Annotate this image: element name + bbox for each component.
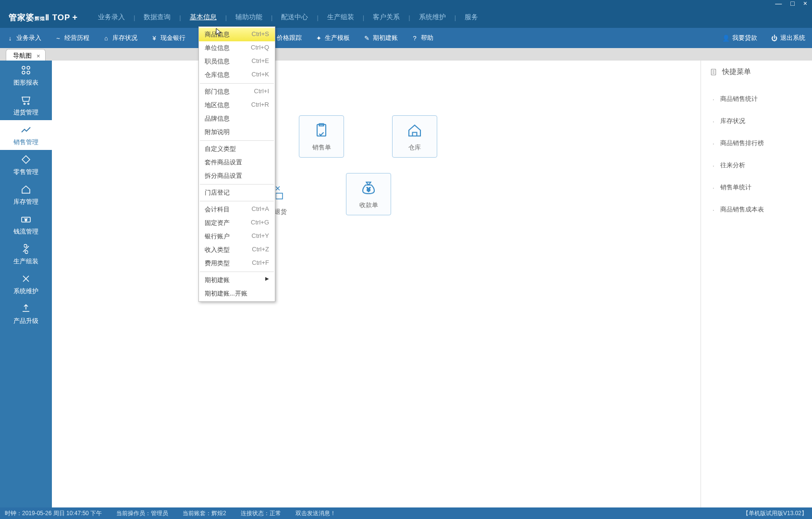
- svg-text:¥: ¥: [25, 218, 27, 222]
- quick-item-order-stats[interactable]: 销售单统计: [710, 176, 803, 198]
- sidebar-item-production[interactable]: 生产组装: [0, 239, 52, 269]
- dd-item-notes[interactable]: 附加说明: [199, 125, 275, 139]
- menu-bar: 管家婆辉煌Ⅱ TOP+ 业务录入| 数据查询| 基本信息| 辅助功能| 配送中心…: [0, 7, 812, 28]
- sidebar-item-label: 生产组装: [13, 257, 38, 266]
- maximize-button[interactable]: □: [790, 0, 794, 7]
- dropdown-basic-info: 商品信息Ctrl+S 单位信息Ctrl+Q 职员信息Ctrl+E 仓库信息Ctr…: [198, 26, 275, 302]
- menu-data-query[interactable]: 数据查询: [141, 13, 173, 22]
- minimize-button[interactable]: —: [775, 0, 782, 7]
- dd-item-product-info[interactable]: 商品信息Ctrl+S: [199, 28, 275, 41]
- edit-icon: ✎: [363, 35, 370, 41]
- sidebar-item-upgrade[interactable]: 产品升级: [0, 299, 52, 329]
- dd-item-combo-setup[interactable]: 套件商品设置: [199, 156, 275, 169]
- menu-business-entry[interactable]: 业务录入: [95, 13, 128, 22]
- dd-item-expense-type[interactable]: 费用类型Ctrl+F: [199, 257, 275, 270]
- dd-item-split-setup[interactable]: 拆分商品设置: [199, 169, 275, 183]
- title-bar: — □ ×: [0, 0, 812, 7]
- quick-item-sales-rank[interactable]: 商品销售排行榜: [710, 132, 803, 154]
- menu-assist[interactable]: 辅助功能: [233, 13, 265, 22]
- menu-delivery[interactable]: 配送中心: [278, 13, 311, 22]
- dd-item-income-type[interactable]: 收入类型Ctrl+Z: [199, 243, 275, 257]
- tab-label: 导航图: [13, 51, 32, 60]
- svg-point-2: [22, 71, 25, 74]
- tb-prod-template[interactable]: ✦生产模板: [315, 34, 350, 42]
- close-button[interactable]: ×: [803, 0, 807, 7]
- svg-point-4: [24, 103, 25, 105]
- sidebar-item-reports[interactable]: 图形报表: [0, 61, 52, 90]
- sidebar-item-cashflow[interactable]: ¥ 钱流管理: [0, 210, 52, 239]
- quick-item-sales-stats[interactable]: 商品销售统计: [710, 88, 803, 110]
- dd-item-accounts[interactable]: 会计科目Ctrl+A: [199, 203, 275, 216]
- sidebar-item-sysmaint[interactable]: 系统维护: [0, 269, 52, 299]
- sidebar-item-label: 系统维护: [13, 287, 38, 296]
- warehouse-icon: [406, 121, 424, 139]
- dd-item-unit-info[interactable]: 单位信息Ctrl+Q: [199, 41, 275, 55]
- sidebar-item-label: 库存管理: [13, 198, 38, 206]
- sidebar-item-purchase[interactable]: 进货管理: [0, 90, 52, 120]
- card-warehouse[interactable]: 仓库: [392, 115, 437, 158]
- dd-item-dept-info[interactable]: 部门信息Ctrl+I: [199, 85, 275, 99]
- dd-item-fixed-assets[interactable]: 固定资产Ctrl+G: [199, 216, 275, 230]
- dd-item-custom-type[interactable]: 自定义类型: [199, 142, 275, 156]
- dd-item-opening-balance[interactable]: 期初建账▶: [199, 273, 275, 287]
- card-label: 收款单: [359, 201, 378, 210]
- money-icon: ¥: [20, 213, 32, 225]
- quick-menu-title: 快捷菜单: [710, 67, 803, 76]
- dd-item-bank-accounts[interactable]: 银行账户Ctrl+Y: [199, 230, 275, 243]
- list-icon: [710, 68, 717, 76]
- tools-icon: [20, 272, 32, 285]
- dd-item-store-reg[interactable]: 门店登记: [199, 186, 275, 199]
- sidebar-item-retail[interactable]: 零售管理: [0, 150, 52, 180]
- app-logo: 管家婆辉煌Ⅱ TOP+: [9, 12, 78, 23]
- grid-icon: [20, 64, 32, 76]
- cart-icon: [20, 94, 32, 106]
- card-receipt[interactable]: ¥ 收款单: [346, 173, 391, 215]
- dd-item-warehouse-info[interactable]: 仓库信息Ctrl+K: [199, 68, 275, 82]
- quick-item-stock[interactable]: 库存状况: [710, 110, 803, 132]
- dd-item-staff-info[interactable]: 职员信息Ctrl+E: [199, 55, 275, 68]
- status-bar: 时钟：2019-05-26 周日 10:47:50 下午 当前操作员：管理员 当…: [0, 507, 812, 519]
- menu-system[interactable]: 系统维护: [416, 13, 449, 22]
- dd-item-region-info[interactable]: 地区信息Ctrl+R: [199, 99, 275, 112]
- wrench-icon: [20, 243, 32, 255]
- menu-production[interactable]: 生产组装: [324, 13, 357, 22]
- card-sales-order[interactable]: 销售单: [299, 115, 344, 158]
- menu-basic-info[interactable]: 基本信息: [187, 13, 220, 22]
- trend-icon: [20, 124, 32, 136]
- card-label: 销售单: [312, 143, 331, 152]
- power-icon: ⏻: [771, 35, 777, 41]
- tab-close-icon[interactable]: ×: [37, 52, 40, 60]
- tb-help[interactable]: ?帮助: [411, 34, 433, 42]
- tb-cash[interactable]: ¥现金银行: [151, 34, 185, 42]
- status-message[interactable]: 双击发送消息！: [295, 509, 336, 518]
- status-version: 【单机版试用版V13.02】: [743, 509, 807, 518]
- tb-loan[interactable]: 👤我要贷款: [723, 34, 757, 42]
- dd-item-open-account[interactable]: 期初建账...开账: [199, 287, 275, 300]
- svg-point-5: [28, 103, 29, 105]
- tb-initial[interactable]: ✎期初建账: [363, 34, 398, 42]
- svg-rect-9: [276, 193, 283, 199]
- dd-item-brand-info[interactable]: 品牌信息: [199, 112, 275, 125]
- tab-nav-map[interactable]: 导航图 ×: [6, 49, 46, 61]
- quick-item-cost-report[interactable]: 商品销售成本表: [710, 198, 803, 221]
- canvas: 销售单 仓库 退货 ¥ 收款单: [52, 61, 701, 507]
- sidebar-item-label: 图形报表: [13, 78, 38, 87]
- return-partial-icon: [276, 185, 285, 194]
- card-return-label: 退货: [274, 208, 287, 216]
- status-operator: 当前操作员：管理员: [116, 509, 168, 518]
- sidebar-item-label: 进货管理: [13, 108, 38, 117]
- quick-item-ar-analysis[interactable]: 往来分析: [710, 154, 803, 176]
- menu-service[interactable]: 服务: [462, 13, 481, 22]
- sidebar-item-inventory[interactable]: 库存管理: [0, 180, 52, 210]
- status-clock: 时钟：2019-05-26 周日 10:47:50 下午: [5, 509, 102, 518]
- main-area: 图形报表 进货管理 销售管理 零售管理 库存管理 ¥ 钱流管理: [0, 61, 812, 507]
- help-icon: ?: [411, 35, 418, 41]
- menu-customer[interactable]: 客户关系: [370, 13, 403, 22]
- tb-stock[interactable]: ⌂库存状况: [103, 34, 137, 42]
- tb-business-entry[interactable]: ↓业务录入: [7, 34, 41, 42]
- sidebar-item-sales[interactable]: 销售管理: [0, 120, 52, 150]
- arrow-down-icon: ↓: [7, 35, 13, 41]
- clipboard-icon: [312, 121, 331, 139]
- tb-logout[interactable]: ⏻退出系统: [771, 34, 805, 42]
- tb-history[interactable]: ~经营历程: [55, 34, 89, 42]
